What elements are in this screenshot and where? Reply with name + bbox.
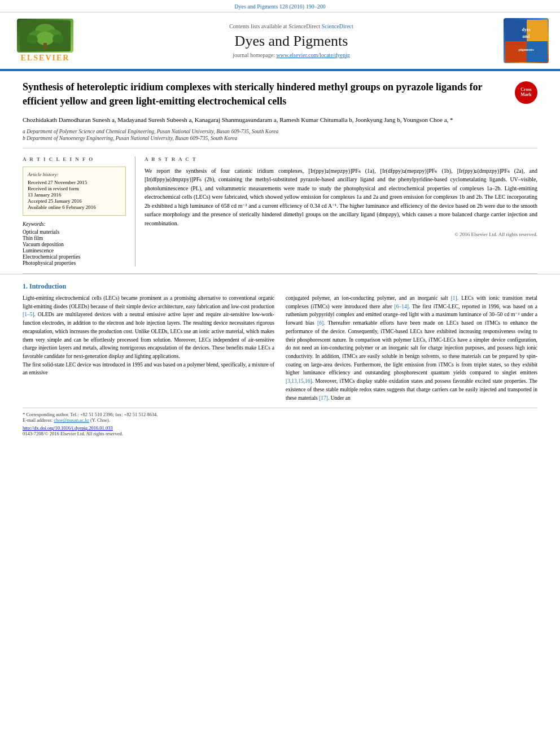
affiliation-b: b Department of Nanoenergy Engineering, … [23,136,509,141]
keyword-6: Photophysical properties [23,260,126,266]
keyword-4: Luminescence [23,248,126,254]
keyword-3: Vacuum deposition [23,242,126,247]
article-title-section: Synthesis of heteroleptic iridium comple… [0,71,560,148]
svg-rect-5 [43,43,47,49]
authors-line: Chozhidakath Damodharan Sunesh a, Madaya… [23,115,509,125]
intro-two-col: Light-emitting electrochemical cells (LE… [23,294,537,402]
footnote-star: * Corresponding author. Tel.: +82 51 510… [23,412,537,417]
crossmark-icon: CrossMark [515,81,537,104]
svg-point-7 [53,34,64,43]
elsevier-tree-image [17,19,73,53]
doi-line: http://dx.doi.org/10.1016/j.dyepig.2016.… [23,425,537,431]
keyword-2: Thin film [23,235,126,241]
abstract-header: A B S T R A C T [145,156,537,162]
elsevier-wordmark: ELSEVIER [21,54,70,63]
crossmark-badge: CrossMark [515,81,537,104]
homepage-line: journal homepage: www.elsevier.com/locat… [79,52,504,58]
received-revised-label: Received in revised form [28,186,121,191]
elsevier-logo: ELSEVIER [11,19,79,63]
abstract-column: A B S T R A C T We report the synthesis … [135,156,537,267]
journal-name-header: Dyes and Pigments [79,33,504,50]
introduction-section: 1. Introduction Light-emitting electroch… [0,274,560,442]
received-date: Received 27 November 2015 [28,180,121,185]
journal-thumbnail: dyes and pigments [504,18,549,63]
keywords-label: Keywords: [23,221,126,227]
article-title: Synthesis of heteroleptic iridium comple… [23,80,509,108]
intro-left-col: Light-emitting electrochemical cells (LE… [23,294,274,402]
journal-header: ELSEVIER Contents lists available at Sci… [0,12,560,70]
sciencedirect-line: Contents lists available at ScienceDirec… [79,23,504,29]
accepted-date: Accepted 25 January 2016 [28,198,121,204]
intro-right-col: conjugated polymer, an ion-conducting po… [286,294,537,402]
email-link[interactable]: choe@pusan.ac.kr [54,417,89,423]
article-info-header: A R T I C L E I N F O [23,156,126,162]
svg-text:pigments: pigments [518,47,534,52]
doi-link[interactable]: http://dx.doi.org/10.1016/j.dyepig.2016.… [23,425,113,431]
svg-point-6 [27,35,38,44]
sciencedirect-link[interactable]: ScienceDirect [322,23,353,29]
history-label: Article history: [28,172,121,177]
intro-title: 1. Introduction [23,282,537,291]
footnote-email: E-mail address: choe@pusan.ac.kr (Y. Cho… [23,417,537,423]
article-info-abstract-section: A R T I C L E I N F O Article history: R… [0,148,560,267]
svg-text:and: and [522,34,530,39]
abstract-text: We report the synthesis of four cationic… [145,167,537,239]
svg-text:dyes: dyes [522,27,530,32]
homepage-link[interactable]: www.elsevier.com/locate/dyepig [276,52,349,58]
keywords-box: Keywords: Optical materials Thin film Va… [23,221,126,266]
page: Dyes and Pigments 128 (2016) 190–200 ELS… [0,0,560,442]
issn-line: 0143-7208/© 2016 Elsevier Ltd. All right… [23,431,537,436]
article-history-box: Article history: Received 27 November 20… [23,167,126,216]
revised-date: 13 January 2016 [28,192,121,198]
copyright-line: © 2016 Elsevier Ltd. All rights reserved… [145,231,537,239]
journal-citation: Dyes and Pigments 128 (2016) 190–200 [0,0,560,12]
footnote-area: * Corresponding author. Tel.: +82 51 510… [23,408,537,436]
article-info-column: A R T I C L E I N F O Article history: R… [23,156,135,267]
journal-center-header: Contents lists available at ScienceDirec… [79,23,504,58]
keyword-5: Electrochemical properties [23,254,126,260]
available-date: Available online 6 February 2016 [28,204,121,210]
keyword-1: Optical materials [23,229,126,235]
affiliation-a: a Department of Polymer Science and Chem… [23,129,509,134]
